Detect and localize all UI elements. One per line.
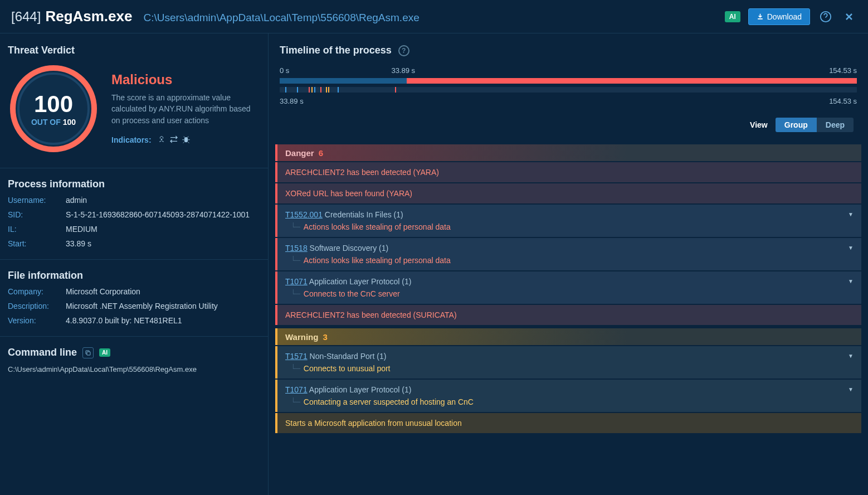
sid-value: S-1-5-21-1693682860-607145093-2874071422… [66, 210, 250, 219]
rule-item[interactable]: T1071 Application Layer Protocol (1) └─C… [275, 271, 861, 304]
start-value: 33.89 s [66, 239, 91, 248]
rule-sub-text: Contacting a server suspected of hosting… [304, 397, 474, 406]
right-panel: Timeline of the process ? 0 s 33.89 s 15… [269, 33, 868, 495]
verdict-label: Malicious [111, 72, 260, 88]
score-ring: 100 OUT OF 100 [8, 63, 99, 154]
company-key: Company: [8, 287, 66, 296]
download-icon [757, 13, 764, 20]
score-outof: OUT OF 100 [31, 118, 76, 127]
chevron-down-icon[interactable]: ▼ [848, 278, 854, 284]
score-value: 100 [34, 91, 73, 118]
chevron-down-icon[interactable]: ▼ [848, 245, 854, 251]
proc-info-title: Process information [8, 178, 260, 190]
rule-item[interactable]: Starts a Microsoft application from unus… [275, 413, 861, 433]
technique-name: Credentials In Files (1) [323, 210, 403, 219]
technique-link[interactable]: T1552.001 [285, 210, 323, 219]
svg-point-5 [184, 137, 188, 142]
process-path[interactable]: C:\Users\admin\AppData\Local\Temp\556608… [143, 12, 419, 24]
biohazard-icon[interactable] [157, 135, 166, 145]
il-value: MEDIUM [66, 225, 97, 234]
timeline-title: Timeline of the process [280, 45, 392, 56]
tl-bottom-end: 154.53 s [829, 97, 857, 105]
indicators-label: Indicators: [111, 135, 152, 144]
technique-link[interactable]: T1071 [285, 385, 308, 394]
danger-count: 6 [319, 148, 323, 158]
rule-item[interactable]: T1552.001 Credentials In Files (1) └─Act… [275, 205, 861, 237]
warning-group-header[interactable]: Warning 3 [275, 328, 861, 345]
verdict-title: Threat Verdict [8, 45, 260, 56]
view-segmented: Group Deep [776, 118, 854, 132]
cmd-value: C:\Users\admin\AppData\Local\Temp\556608… [8, 365, 260, 373]
rule-item[interactable]: XORed URL has been found (YARA) [275, 183, 861, 203]
svg-rect-6 [87, 352, 90, 355]
sid-key: SID: [8, 210, 66, 219]
rule-item[interactable]: T1071 Application Layer Protocol (1) └─C… [275, 380, 861, 412]
exchange-icon[interactable] [169, 135, 178, 145]
desc-key: Description: [8, 302, 66, 310]
timeline-bar-primary[interactable] [280, 78, 857, 84]
rule-sub-text: Connects to unusual port [304, 364, 391, 373]
ai-badge[interactable]: AI [725, 11, 740, 22]
tl-bottom-start: 33.89 s [280, 97, 304, 105]
danger-label: Danger [285, 148, 314, 158]
rule-text: ARECHCLIENT2 has been detected (YARA) [285, 168, 854, 177]
technique-link[interactable]: T1571 [285, 352, 308, 361]
verdict-description: The score is an approximate value calcul… [111, 92, 260, 126]
left-panel: Threat Verdict 100 OUT OF 100 [0, 33, 269, 495]
technique-name: Non-Standard Port (1) [308, 352, 387, 361]
rule-item[interactable]: ARECHCLIENT2 has been detected (SURICATA… [275, 305, 861, 325]
technique-name: Application Layer Protocol (1) [308, 385, 412, 394]
il-key: IL: [8, 225, 66, 234]
technique-name: Software Discovery (1) [308, 244, 388, 253]
window-header: [644] RegAsm.exe C:\Users\admin\AppData\… [0, 0, 868, 33]
technique-name: Application Layer Protocol (1) [308, 277, 412, 286]
tl-label-end: 154.53 s [829, 66, 857, 75]
rule-sub-text: Actions looks like stealing of personal … [304, 256, 451, 265]
svg-point-4 [160, 139, 162, 140]
view-group-button[interactable]: Group [776, 118, 817, 132]
view-label: View [750, 120, 768, 129]
username-value: admin [66, 196, 87, 205]
cmd-title: Command line [8, 347, 77, 358]
warning-label: Warning [285, 332, 318, 342]
rule-item[interactable]: ARECHCLIENT2 has been detected (YARA) [275, 162, 861, 182]
rules-list[interactable]: Danger 6 ARECHCLIENT2 has been detected … [269, 144, 868, 495]
rule-text: ARECHCLIENT2 has been detected (SURICATA… [285, 310, 854, 319]
ai-mini-badge[interactable]: AI [99, 348, 110, 357]
desc-value: Microsoft .NET Assembly Registration Uti… [66, 302, 218, 310]
tl-label-0: 0 s [280, 66, 289, 75]
view-deep-button[interactable]: Deep [817, 118, 854, 132]
rule-item[interactable]: T1518 Software Discovery (1) └─Actions l… [275, 238, 861, 270]
download-button[interactable]: Download [748, 8, 810, 25]
download-label: Download [767, 12, 802, 21]
rule-sub-text: Actions looks like stealing of personal … [304, 222, 451, 231]
tl-label-start: 33.89 s [391, 66, 415, 75]
danger-group-header[interactable]: Danger 6 [275, 144, 861, 161]
start-key: Start: [8, 239, 66, 248]
rule-text: XORed URL has been found (YARA) [285, 189, 854, 198]
chevron-down-icon[interactable]: ▼ [848, 353, 854, 359]
bug-icon[interactable] [182, 135, 191, 145]
rule-sub-text: Connects to the CnC server [304, 289, 400, 298]
version-value: 4.8.9037.0 built by: NET481REL1 [66, 316, 182, 325]
chevron-down-icon[interactable]: ▼ [848, 211, 854, 217]
close-icon[interactable] [841, 9, 857, 25]
username-key: Username: [8, 196, 66, 205]
technique-link[interactable]: T1518 [285, 244, 308, 253]
help-icon[interactable] [818, 9, 833, 25]
copy-icon[interactable] [82, 347, 94, 358]
rule-item[interactable]: T1571 Non-Standard Port (1) └─Connects t… [275, 346, 861, 378]
timeline-help-icon[interactable]: ? [398, 45, 409, 56]
chevron-down-icon[interactable]: ▼ [848, 386, 854, 392]
version-key: Version: [8, 316, 66, 325]
warning-count: 3 [323, 332, 327, 342]
technique-link[interactable]: T1071 [285, 277, 308, 286]
process-name: RegAsm.exe [45, 8, 132, 25]
rule-text: Starts a Microsoft application from unus… [285, 419, 854, 428]
company-value: Microsoft Corporation [66, 287, 140, 296]
file-info-title: File information [8, 270, 260, 282]
process-id: [644] [11, 9, 41, 25]
timeline-bar-events[interactable] [280, 87, 857, 93]
